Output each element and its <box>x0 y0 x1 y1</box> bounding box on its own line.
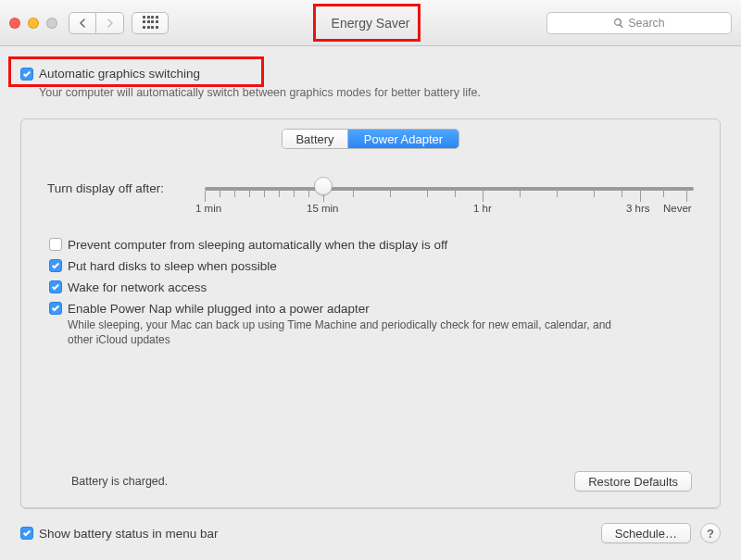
checkmark-icon <box>51 261 60 270</box>
wake-network-row[interactable]: Wake for network access <box>49 280 692 294</box>
automatic-graphics-switching-label: Automatic graphics switching <box>39 67 200 81</box>
show-battery-status-row[interactable]: Show battery status in menu bar <box>20 527 219 541</box>
power-nap-label: Enable Power Nap while plugged into a po… <box>68 302 370 316</box>
schedule-button[interactable]: Schedule… <box>601 523 691 543</box>
forward-button[interactable] <box>96 12 124 34</box>
back-button[interactable] <box>69 12 96 34</box>
wake-network-checkbox[interactable] <box>49 280 62 293</box>
hd-sleep-checkbox[interactable] <box>49 259 62 272</box>
checkmark-icon <box>51 282 60 292</box>
minimize-window-button[interactable] <box>28 18 39 29</box>
prevent-sleep-checkbox[interactable] <box>49 238 62 251</box>
search-placeholder: Search <box>628 17 665 30</box>
nav-buttons <box>69 12 124 34</box>
window-title: Energy Saver <box>332 16 410 31</box>
automatic-graphics-switching-subtitle: Your computer will automatically switch … <box>39 86 481 99</box>
power-nap-checkbox[interactable] <box>49 302 62 315</box>
power-nap-subtitle: While sleeping, your Mac can back up usi… <box>68 317 623 347</box>
checkmark-icon <box>51 304 60 313</box>
restore-defaults-button[interactable]: Restore Defaults <box>574 471 692 492</box>
content: Automatic graphics switching Your comput… <box>0 46 741 560</box>
window-controls <box>9 18 57 29</box>
close-window-button[interactable] <box>9 18 20 29</box>
bottom-bar: Show battery status in menu bar Schedule… <box>20 523 721 543</box>
show-all-button[interactable] <box>132 12 169 34</box>
options-list: Prevent computer from sleeping automatic… <box>49 238 692 347</box>
show-battery-status-label: Show battery status in menu bar <box>39 527 219 541</box>
power-source-tabs: Battery Power Adapter <box>282 129 459 149</box>
titlebar: Energy Saver Search <box>0 0 741 46</box>
zoom-window-button[interactable] <box>46 18 57 29</box>
hd-sleep-label: Put hard disks to sleep when possible <box>68 259 277 273</box>
battery-status-text: Battery is charged. <box>49 475 168 488</box>
help-button[interactable]: ? <box>700 523 721 543</box>
search-input[interactable]: Search <box>546 12 732 34</box>
automatic-graphics-switching-row[interactable]: Automatic graphics switching <box>20 67 200 81</box>
prevent-sleep-label: Prevent computer from sleeping automatic… <box>68 238 447 252</box>
wake-network-label: Wake for network access <box>68 280 207 294</box>
search-icon <box>613 18 624 29</box>
power-nap-row[interactable]: Enable Power Nap while plugged into a po… <box>49 302 692 316</box>
checkmark-icon <box>22 529 31 538</box>
tab-battery[interactable]: Battery <box>283 130 347 148</box>
slider-knob[interactable] <box>314 177 333 195</box>
automatic-graphics-switching-checkbox[interactable] <box>20 68 33 81</box>
display-off-label: Turn display off after: <box>47 181 164 195</box>
checkmark-icon <box>22 69 31 79</box>
panel-footer: Battery is charged. Restore Defaults <box>49 471 692 492</box>
chevron-left-icon <box>79 19 86 28</box>
settings-panel: Battery Power Adapter Turn display off a… <box>20 118 721 509</box>
display-off-slider[interactable]: 1 min 15 min 1 hr 3 hrs Never <box>205 175 694 179</box>
tab-power-adapter[interactable]: Power Adapter <box>347 130 458 148</box>
show-battery-status-checkbox[interactable] <box>20 527 33 540</box>
hd-sleep-row[interactable]: Put hard disks to sleep when possible <box>49 259 692 273</box>
grid-icon <box>143 16 157 31</box>
chevron-right-icon <box>107 19 114 28</box>
prevent-sleep-row[interactable]: Prevent computer from sleeping automatic… <box>49 238 692 252</box>
